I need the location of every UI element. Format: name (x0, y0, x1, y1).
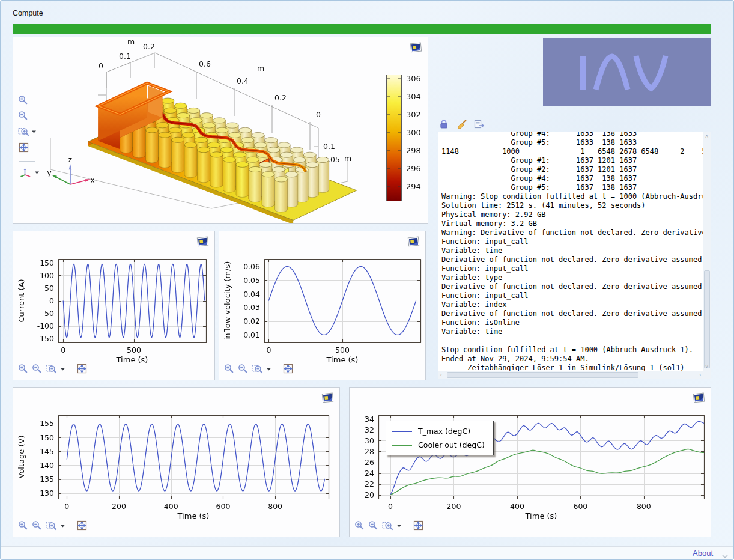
vertical-scrollbar[interactable]: ˄ ˅ (703, 132, 711, 379)
3d-model-canvas[interactable] (13, 37, 428, 223)
zoom-in-icon[interactable] (18, 95, 46, 108)
orientation-icon[interactable] (18, 166, 32, 181)
zoom-in-icon[interactable] (18, 364, 29, 377)
legend-label: Cooler out (degC) (418, 440, 485, 449)
zoom-extents-icon[interactable] (18, 142, 46, 156)
zoom-in-icon[interactable] (18, 520, 29, 534)
zoom-box-icon[interactable] (382, 520, 393, 534)
chevron-down-icon[interactable] (396, 521, 402, 533)
current-plot-panel (13, 231, 215, 380)
progress-bar-fill (13, 24, 711, 34)
toolbar-divider (19, 161, 35, 162)
log-output[interactable]: Group #4: 1633 138 1633 Group #5: 1633 1… (438, 132, 711, 379)
temperature-plot-panel: T_max (degC) Cooler out (degC) (349, 387, 711, 537)
chevron-down-icon[interactable] (721, 550, 729, 560)
snapshot-icon[interactable] (321, 392, 335, 404)
chevron-down-icon[interactable] (31, 127, 37, 139)
zoom-box-icon[interactable] (252, 364, 263, 377)
zoom-extents-icon[interactable] (76, 363, 88, 377)
scroll-up-icon[interactable]: ˄ (705, 133, 708, 139)
log-section: Group #4: 1633 138 1633 Group #5: 1633 1… (438, 118, 711, 379)
legend-entry-cooler: Cooler out (degC) (392, 438, 485, 452)
chevron-down-icon[interactable] (266, 364, 271, 376)
lock-icon[interactable] (439, 119, 451, 130)
zoom-in-icon[interactable] (224, 364, 235, 377)
plot-canvas-inflow[interactable] (219, 231, 425, 380)
log-toolbar (439, 118, 486, 130)
scrollbar-thumb[interactable] (704, 270, 710, 368)
zoom-extents-icon[interactable] (413, 520, 424, 534)
zoom-out-icon[interactable] (18, 111, 46, 124)
scroll-down-icon[interactable]: ˅ (705, 364, 708, 370)
zoom-box-icon[interactable] (46, 520, 57, 534)
3d-view-toolbar (18, 95, 46, 181)
status-bar: About (1, 546, 733, 559)
legend-line-sample (392, 431, 412, 432)
snapshot-icon[interactable] (407, 236, 420, 248)
plot-canvas-current[interactable] (13, 231, 214, 380)
snapshot-icon[interactable] (693, 392, 706, 404)
compute-status-label: Compute (13, 9, 43, 17)
zoom-extents-icon[interactable] (76, 520, 88, 534)
plot-toolbar (18, 520, 88, 534)
progress-bar (13, 24, 711, 34)
zoom-box-icon[interactable] (18, 126, 29, 139)
app-window: Compute (0, 0, 734, 560)
plot-toolbar (18, 363, 88, 377)
3d-view-panel (13, 37, 428, 224)
chevron-down-icon[interactable] (60, 364, 65, 376)
chevron-down-icon[interactable] (34, 168, 40, 180)
scrollbar-thumb[interactable] (447, 372, 638, 378)
plot-toolbar (354, 520, 424, 534)
plot-legend: T_max (degC) Cooler out (degC) (386, 421, 494, 455)
plot-toolbar (224, 363, 294, 377)
scroll-left-icon[interactable]: ‹ (440, 372, 442, 378)
snapshot-icon[interactable] (196, 236, 210, 248)
zoom-out-icon[interactable] (238, 364, 249, 377)
zoom-in-icon[interactable] (354, 520, 365, 534)
zoom-extents-icon[interactable] (282, 363, 294, 377)
zoom-box-icon[interactable] (46, 364, 57, 377)
about-link[interactable]: About (693, 549, 713, 558)
legend-label: T_max (degC) (418, 427, 470, 436)
plot-canvas-voltage[interactable] (13, 388, 339, 537)
plot-canvas-temperature[interactable] (350, 388, 711, 537)
chevron-down-icon[interactable] (60, 521, 65, 533)
inflow-velocity-plot-panel (219, 231, 426, 380)
voltage-plot-panel (13, 387, 340, 537)
zoom-out-icon[interactable] (32, 520, 43, 534)
iav-logo (543, 38, 711, 106)
zoom-out-icon[interactable] (368, 520, 379, 534)
horizontal-scrollbar[interactable]: ‹ › (438, 371, 703, 379)
snapshot-icon[interactable] (410, 42, 423, 53)
clear-log-icon[interactable] (456, 119, 469, 130)
zoom-out-icon[interactable] (32, 364, 43, 377)
legend-entry-tmax: T_max (degC) (392, 424, 485, 438)
scroll-right-icon[interactable]: › (699, 372, 701, 378)
export-log-icon[interactable] (474, 119, 486, 130)
log-text: Group #4: 1633 138 1633 Group #5: 1633 1… (438, 132, 711, 379)
legend-line-sample (392, 445, 412, 446)
